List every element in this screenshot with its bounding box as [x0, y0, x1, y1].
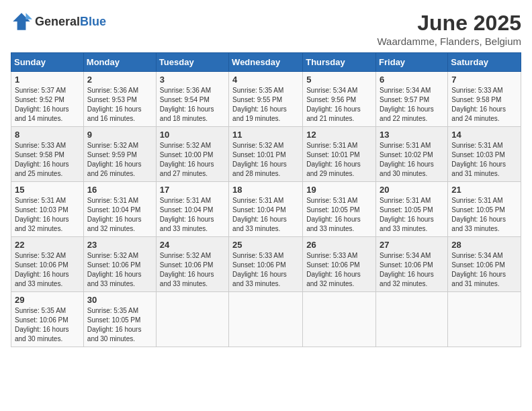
calendar-cell: 10Sunrise: 5:32 AM Sunset: 10:00 PM Dayl…	[156, 127, 228, 182]
calendar-cell: 29Sunrise: 5:35 AM Sunset: 10:06 PM Dayl…	[11, 292, 84, 347]
day-info: Sunrise: 5:31 AM Sunset: 10:05 PM Daylig…	[306, 196, 372, 234]
calendar-week-4: 22Sunrise: 5:32 AM Sunset: 10:06 PM Dayl…	[11, 237, 521, 292]
calendar-cell: 28Sunrise: 5:34 AM Sunset: 10:06 PM Dayl…	[448, 237, 521, 292]
day-info: Sunrise: 5:35 AM Sunset: 10:06 PM Daylig…	[15, 306, 80, 344]
day-number: 17	[160, 185, 225, 195]
day-number: 24	[160, 240, 225, 250]
day-info: Sunrise: 5:31 AM Sunset: 10:04 PM Daylig…	[160, 196, 225, 234]
svg-marker-1	[26, 13, 32, 19]
calendar-week-1: 1Sunrise: 5:37 AM Sunset: 9:52 PM Daylig…	[11, 72, 521, 127]
day-number: 6	[380, 75, 444, 85]
day-header-thursday: Thursday	[303, 53, 376, 72]
calendar-cell: 21Sunrise: 5:31 AM Sunset: 10:05 PM Dayl…	[448, 182, 521, 237]
header: GeneralBlue June 2025 Waardamme, Flander…	[11, 11, 521, 47]
day-info: Sunrise: 5:34 AM Sunset: 10:06 PM Daylig…	[380, 251, 444, 289]
day-header-wednesday: Wednesday	[229, 53, 303, 72]
day-info: Sunrise: 5:34 AM Sunset: 10:06 PM Daylig…	[451, 251, 517, 289]
day-number: 29	[15, 295, 80, 305]
day-info: Sunrise: 5:32 AM Sunset: 10:06 PM Daylig…	[160, 251, 225, 289]
calendar-cell	[376, 292, 448, 347]
day-info: Sunrise: 5:32 AM Sunset: 10:06 PM Daylig…	[15, 251, 80, 289]
day-number: 8	[15, 130, 80, 140]
calendar-cell: 9Sunrise: 5:32 AM Sunset: 9:59 PM Daylig…	[83, 127, 156, 182]
day-info: Sunrise: 5:36 AM Sunset: 9:54 PM Dayligh…	[160, 86, 225, 124]
calendar-cell: 6Sunrise: 5:34 AM Sunset: 9:57 PM Daylig…	[376, 72, 448, 127]
day-info: Sunrise: 5:35 AM Sunset: 10:05 PM Daylig…	[87, 306, 152, 344]
day-number: 16	[87, 185, 152, 195]
day-info: Sunrise: 5:31 AM Sunset: 10:02 PM Daylig…	[380, 141, 444, 179]
day-number: 15	[15, 185, 80, 195]
calendar-cell: 16Sunrise: 5:31 AM Sunset: 10:04 PM Dayl…	[83, 182, 156, 237]
calendar-week-3: 15Sunrise: 5:31 AM Sunset: 10:03 PM Dayl…	[11, 182, 521, 237]
day-info: Sunrise: 5:34 AM Sunset: 9:57 PM Dayligh…	[380, 86, 444, 124]
calendar-cell: 4Sunrise: 5:35 AM Sunset: 9:55 PM Daylig…	[229, 72, 303, 127]
calendar-cell: 25Sunrise: 5:33 AM Sunset: 10:06 PM Dayl…	[229, 237, 303, 292]
calendar-cell: 17Sunrise: 5:31 AM Sunset: 10:04 PM Dayl…	[156, 182, 228, 237]
day-number: 10	[160, 130, 225, 140]
calendar-cell: 18Sunrise: 5:31 AM Sunset: 10:04 PM Dayl…	[229, 182, 303, 237]
day-number: 1	[15, 75, 80, 85]
day-number: 22	[15, 240, 80, 250]
calendar-cell: 8Sunrise: 5:33 AM Sunset: 9:58 PM Daylig…	[11, 127, 84, 182]
calendar-week-2: 8Sunrise: 5:33 AM Sunset: 9:58 PM Daylig…	[11, 127, 521, 182]
calendar-cell: 7Sunrise: 5:33 AM Sunset: 9:58 PM Daylig…	[448, 72, 521, 127]
day-number: 3	[160, 75, 225, 85]
calendar-cell: 20Sunrise: 5:31 AM Sunset: 10:05 PM Dayl…	[376, 182, 448, 237]
day-number: 13	[380, 130, 444, 140]
logo-general: GeneralBlue	[35, 15, 106, 28]
day-number: 25	[232, 240, 299, 250]
day-number: 19	[306, 185, 372, 195]
calendar-cell: 19Sunrise: 5:31 AM Sunset: 10:05 PM Dayl…	[303, 182, 376, 237]
calendar-cell: 11Sunrise: 5:32 AM Sunset: 10:01 PM Dayl…	[229, 127, 303, 182]
calendar-header-row: SundayMondayTuesdayWednesdayThursdayFrid…	[11, 53, 521, 72]
day-number: 28	[451, 240, 517, 250]
day-info: Sunrise: 5:31 AM Sunset: 10:03 PM Daylig…	[451, 141, 517, 179]
calendar-cell	[303, 292, 376, 347]
logo-icon	[11, 11, 32, 32]
day-info: Sunrise: 5:32 AM Sunset: 9:59 PM Dayligh…	[87, 141, 152, 179]
day-info: Sunrise: 5:31 AM Sunset: 10:05 PM Daylig…	[451, 196, 517, 234]
day-info: Sunrise: 5:31 AM Sunset: 10:03 PM Daylig…	[15, 196, 80, 234]
calendar-cell: 14Sunrise: 5:31 AM Sunset: 10:03 PM Dayl…	[448, 127, 521, 182]
day-info: Sunrise: 5:32 AM Sunset: 10:01 PM Daylig…	[232, 141, 299, 179]
calendar-cell: 13Sunrise: 5:31 AM Sunset: 10:02 PM Dayl…	[376, 127, 448, 182]
calendar-cell: 3Sunrise: 5:36 AM Sunset: 9:54 PM Daylig…	[156, 72, 228, 127]
day-number: 5	[306, 75, 372, 85]
logo: GeneralBlue	[11, 11, 106, 32]
calendar-cell: 22Sunrise: 5:32 AM Sunset: 10:06 PM Dayl…	[11, 237, 84, 292]
day-info: Sunrise: 5:33 AM Sunset: 9:58 PM Dayligh…	[15, 141, 80, 179]
day-info: Sunrise: 5:32 AM Sunset: 10:06 PM Daylig…	[87, 251, 152, 289]
day-number: 23	[87, 240, 152, 250]
day-info: Sunrise: 5:34 AM Sunset: 9:56 PM Dayligh…	[306, 86, 372, 124]
day-number: 30	[87, 295, 152, 305]
day-info: Sunrise: 5:37 AM Sunset: 9:52 PM Dayligh…	[15, 86, 80, 124]
day-info: Sunrise: 5:35 AM Sunset: 9:55 PM Dayligh…	[232, 86, 299, 124]
calendar-cell: 15Sunrise: 5:31 AM Sunset: 10:03 PM Dayl…	[11, 182, 84, 237]
day-number: 2	[87, 75, 152, 85]
day-number: 27	[380, 240, 444, 250]
calendar-title: June 2025	[377, 11, 521, 36]
day-number: 14	[451, 130, 517, 140]
day-header-saturday: Saturday	[448, 53, 521, 72]
day-number: 7	[451, 75, 517, 85]
calendar-cell: 2Sunrise: 5:36 AM Sunset: 9:53 PM Daylig…	[83, 72, 156, 127]
calendar-cell: 26Sunrise: 5:33 AM Sunset: 10:06 PM Dayl…	[303, 237, 376, 292]
calendar-body: 1Sunrise: 5:37 AM Sunset: 9:52 PM Daylig…	[11, 72, 521, 347]
calendar-cell: 24Sunrise: 5:32 AM Sunset: 10:06 PM Dayl…	[156, 237, 228, 292]
calendar-cell: 27Sunrise: 5:34 AM Sunset: 10:06 PM Dayl…	[376, 237, 448, 292]
day-header-monday: Monday	[83, 53, 156, 72]
day-number: 26	[306, 240, 372, 250]
day-info: Sunrise: 5:33 AM Sunset: 10:06 PM Daylig…	[232, 251, 299, 289]
day-info: Sunrise: 5:33 AM Sunset: 10:06 PM Daylig…	[306, 251, 372, 289]
calendar-cell: 1Sunrise: 5:37 AM Sunset: 9:52 PM Daylig…	[11, 72, 84, 127]
calendar-cell: 23Sunrise: 5:32 AM Sunset: 10:06 PM Dayl…	[83, 237, 156, 292]
calendar-cell	[448, 292, 521, 347]
day-header-friday: Friday	[376, 53, 448, 72]
day-number: 12	[306, 130, 372, 140]
day-info: Sunrise: 5:33 AM Sunset: 9:58 PM Dayligh…	[451, 86, 517, 124]
day-number: 21	[451, 185, 517, 195]
title-area: June 2025 Waardamme, Flanders, Belgium	[377, 11, 521, 47]
day-header-sunday: Sunday	[11, 53, 84, 72]
calendar-cell: 30Sunrise: 5:35 AM Sunset: 10:05 PM Dayl…	[83, 292, 156, 347]
calendar-cell	[229, 292, 303, 347]
